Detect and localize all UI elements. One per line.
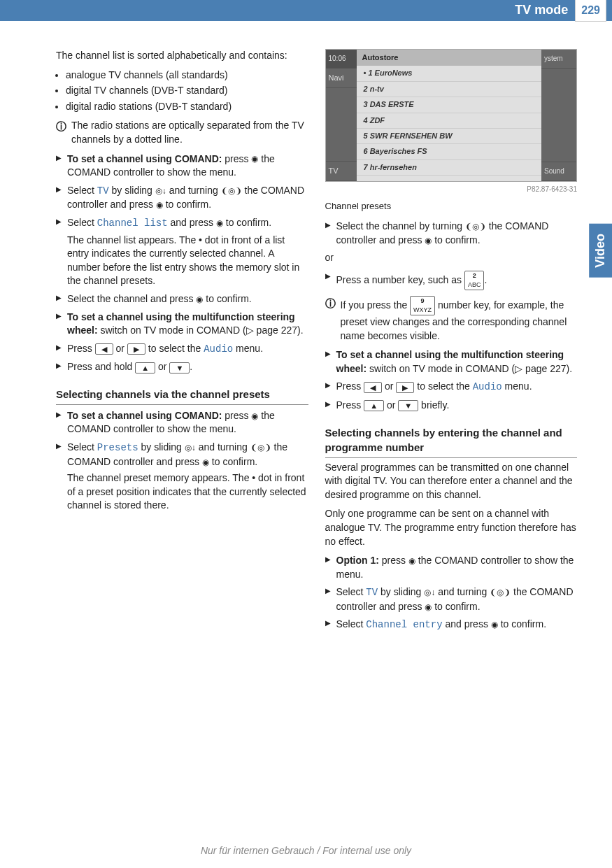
scr-row: • 1 EuroNews [357, 66, 542, 81]
step: Press a number key, such as 2ABC. [325, 271, 578, 290]
paragraph: Only one programme can be sent on a chan… [325, 507, 578, 548]
menu-channel-list: Channel list [97, 218, 168, 229]
press-icon: ◉ [251, 411, 258, 422]
slide-icon: ◎↓ [155, 185, 166, 197]
scr-row: 2 n-tv [357, 82, 542, 97]
up-key-icon: ▲ [135, 362, 155, 373]
slide-icon: ◎↓ [185, 442, 196, 454]
step-bold: Option 1: [336, 555, 379, 566]
channel-types-list: analogue TV channels (all standards) dig… [56, 69, 308, 114]
step: Select Channel entry and press ◉ to conf… [325, 618, 578, 632]
menu-tv: TV [366, 587, 378, 598]
step-bold: To set a channel using COMAND: [67, 153, 222, 164]
scr-navi: Navi [326, 69, 357, 88]
menu-audio: Audio [204, 343, 233, 355]
list-item: analogue TV channels (all standards) [66, 69, 308, 83]
step: Option 1: press ◉ the COMAND controller … [325, 554, 578, 581]
down-key-icon: ▼ [169, 362, 190, 373]
press-icon: ◉ [156, 199, 163, 211]
device-screenshot: 10:06 Navi TV Autostore • 1 EuroNews 2 n… [325, 49, 578, 182]
info-note: If you press the 9WXYZ number key, for e… [325, 296, 578, 343]
subheading: Selecting channels by entering the chann… [325, 425, 578, 458]
turn-icon: ❨◎❩ [465, 221, 486, 233]
scr-title: Autostore [357, 50, 542, 66]
header-title: TV mode [515, 1, 568, 19]
step: Select the channel and press ◉ to confir… [56, 292, 308, 306]
key-2-icon: 2ABC [464, 271, 485, 290]
subheading: Selecting channels via the channel prese… [56, 387, 308, 405]
intro-text: The channel list is sorted alphabeticall… [56, 49, 308, 63]
press-icon: ◉ [251, 153, 258, 165]
scr-row: 6 Bayerisches FS [357, 144, 542, 159]
down-key-icon: ▼ [398, 400, 418, 411]
step: Select TV by sliding ◎↓ and turning ❨◎❩ … [56, 184, 308, 212]
scr-left-panel: 10:06 Navi TV [326, 50, 357, 181]
step: Select TV by sliding ◎↓ and turning ❨◎❩ … [325, 585, 578, 613]
scr-row: 5 SWR FERNSEHEN BW [357, 129, 542, 144]
step-desc: The channel preset memory appears. The •… [67, 471, 308, 513]
left-key-icon: ◀ [95, 343, 113, 355]
step: Press ▲ or ▼ briefly. [325, 399, 578, 413]
right-column: 10:06 Navi TV Autostore • 1 EuroNews 2 n… [325, 49, 578, 636]
list-item: digital radio stations (DVB-T standard) [66, 100, 308, 114]
scr-tv: TV [326, 162, 357, 181]
step: Select the channel by turning ❨◎❩ the CO… [325, 220, 578, 247]
footer-note: Nur für internen Gebrauch / For internal… [0, 844, 612, 858]
press-icon: ◉ [425, 235, 432, 247]
info-note: The radio stations are optically separat… [56, 119, 308, 146]
turn-icon: ❨◎❩ [490, 587, 511, 599]
or-text: or [325, 251, 578, 265]
press-icon: ◉ [216, 218, 223, 229]
menu-channel-entry: Channel entry [366, 619, 442, 630]
right-key-icon: ▶ [396, 382, 414, 393]
scr-sound: Sound [541, 162, 576, 181]
press-icon: ◉ [408, 555, 415, 567]
press-icon: ◉ [491, 619, 498, 631]
press-icon: ◉ [196, 294, 203, 306]
image-id: P82.87-6423-31 [325, 185, 578, 194]
scr-row: 3 DAS ERSTE [357, 97, 542, 113]
scr-main: Autostore • 1 EuroNews 2 n-tv 3 DAS ERST… [357, 50, 542, 181]
up-key-icon: ▲ [364, 400, 384, 411]
right-key-icon: ▶ [127, 343, 145, 355]
step: Select Presets by sliding ◎↓ and turning… [56, 441, 308, 513]
turn-icon: ❨◎❩ [221, 185, 242, 197]
step: Press ◀ or ▶ to select the Audio menu. [325, 380, 578, 394]
page-number: 229 [575, 0, 606, 22]
paragraph: Several programmes can be transmitted on… [325, 461, 578, 502]
step: To set a channel using the multifunction… [325, 348, 578, 376]
side-tab-video: Video [589, 224, 612, 278]
page-header: TV mode 229 [0, 0, 612, 21]
menu-presets: Presets [97, 442, 138, 453]
step: Press ◀ or ▶ to select the Audio menu. [56, 342, 308, 357]
scr-time: 10:06 [326, 50, 357, 69]
image-caption: Channel presets [325, 200, 578, 213]
step: Select Channel list and press ◉ to confi… [56, 216, 308, 288]
press-icon: ◉ [425, 602, 432, 613]
step: Press and hold ▲ or ▼. [56, 360, 308, 374]
step: To set a channel using the multifunction… [56, 311, 308, 338]
scr-row: 4 ZDF [357, 113, 542, 129]
list-item: digital TV channels (DVB-T standard) [66, 84, 308, 98]
scr-system: ystem [541, 50, 576, 69]
slide-icon: ◎↓ [424, 587, 435, 599]
scr-row: 7 hr-fernsehen [357, 160, 542, 176]
content-area: The channel list is sorted alphabeticall… [0, 21, 612, 643]
step-bold: To set a channel using COMAND: [67, 410, 222, 421]
key-9-icon: 9WXYZ [410, 296, 435, 315]
left-key-icon: ◀ [364, 382, 382, 393]
step-desc: The channel list appears. The • dot in f… [67, 234, 308, 288]
scr-right-panel: ystem Sound [541, 50, 576, 181]
step: To set a channel using COMAND: press ◉ t… [56, 409, 308, 436]
menu-audio: Audio [473, 381, 502, 392]
turn-icon: ❨◎❩ [250, 442, 271, 454]
left-column: The channel list is sorted alphabeticall… [56, 49, 308, 636]
press-icon: ◉ [202, 457, 209, 469]
step: To set a channel using COMAND: press ◉ t… [56, 152, 308, 180]
menu-tv: TV [97, 185, 109, 197]
